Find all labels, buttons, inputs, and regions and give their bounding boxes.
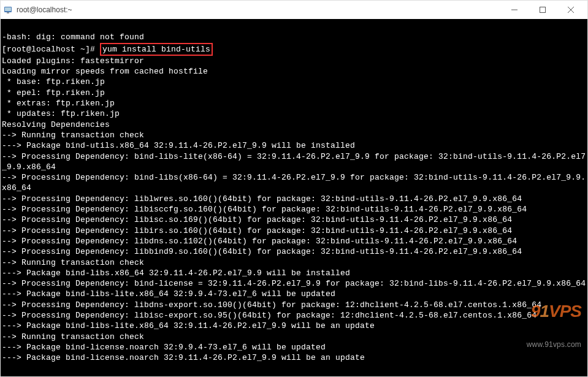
putty-icon [3, 5, 13, 15]
watermark-url: www.91vps.com [527, 340, 581, 350]
svg-rect-2 [7, 12, 9, 13]
minimize-button[interactable] [500, 1, 529, 19]
terminal-output[interactable]: -bash: dig: command not found[root@local… [1, 19, 587, 376]
window-controls [500, 1, 585, 19]
close-button[interactable] [557, 1, 585, 19]
window-titlebar: root@localhost:~ [1, 1, 587, 19]
highlighted-command: yum install bind-utils [100, 43, 213, 56]
watermark: 91VPS www.91vps.com [527, 281, 581, 371]
window-title: root@localhost:~ [17, 6, 500, 14]
yum-output: Loaded plugins: fastestmirror Loading mi… [2, 56, 586, 362]
svg-rect-1 [5, 7, 11, 11]
svg-rect-4 [540, 7, 546, 13]
prompt: [root@localhost ~]# [2, 45, 100, 54]
maximize-button[interactable] [529, 1, 557, 19]
error-line: -bash: dig: command not found [2, 32, 586, 42]
terminal-window: root@localhost:~ -bash: dig: command not… [0, 0, 588, 377]
